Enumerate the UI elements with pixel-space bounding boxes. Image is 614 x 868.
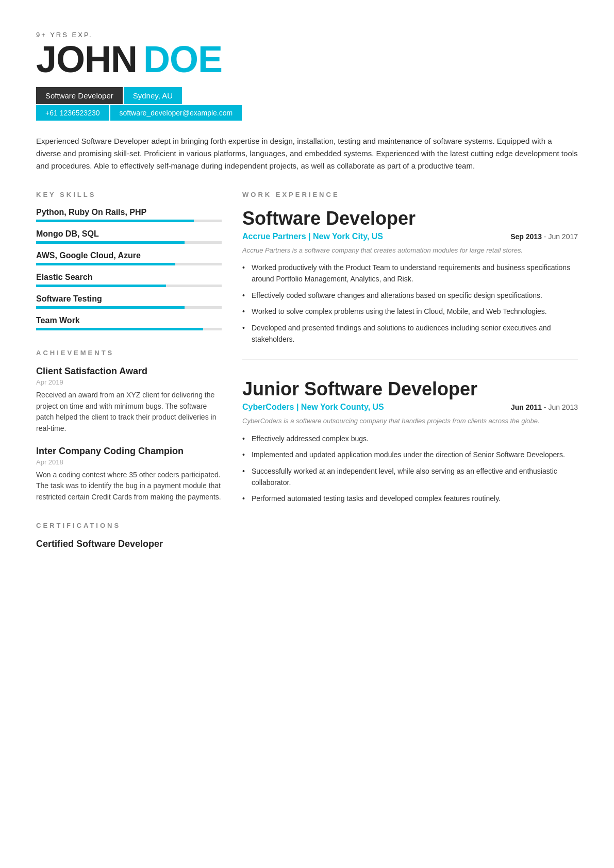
achievement-title: Client Satisfaction Award bbox=[36, 366, 222, 377]
bullet-item: Performed automated testing tasks and de… bbox=[242, 493, 578, 505]
job-title: Software Developer bbox=[242, 208, 578, 229]
bullet-item: Successfully worked at an independent le… bbox=[242, 466, 578, 488]
skill-bar-fill bbox=[36, 220, 194, 222]
skill-item: Python, Ruby On Rails, PHP bbox=[36, 208, 222, 222]
job-description: Accrue Partners is a software company th… bbox=[242, 245, 578, 256]
jobs-list: Software Developer Accrue Partners | New… bbox=[242, 208, 578, 505]
achievement-title: Inter Company Coding Champion bbox=[36, 446, 222, 457]
skill-bar-fill bbox=[36, 306, 185, 309]
skill-name: Python, Ruby On Rails, PHP bbox=[36, 208, 222, 217]
skill-name: AWS, Google Cloud, Azure bbox=[36, 251, 222, 260]
bullet-item: Effectively addressed complex bugs. bbox=[242, 433, 578, 445]
skill-item: Elastic Search bbox=[36, 273, 222, 287]
skill-item: AWS, Google Cloud, Azure bbox=[36, 251, 222, 265]
achievement-desc: Won a coding contest where 35 other code… bbox=[36, 470, 222, 503]
job-title-tag: Software Developer bbox=[36, 87, 123, 104]
bullet-item: Developed and presented findings and sol… bbox=[242, 323, 578, 345]
cert-name: Certified Software Developer bbox=[36, 539, 222, 549]
skill-bar-bg bbox=[36, 328, 222, 330]
skill-bar-bg bbox=[36, 306, 222, 309]
achievement-date: Apr 2019 bbox=[36, 378, 222, 386]
job-company: CyberCoders | New York County, US bbox=[242, 402, 384, 413]
skill-bar-fill bbox=[36, 241, 185, 244]
skill-bar-fill bbox=[36, 285, 166, 287]
job-company-row: Accrue Partners | New York City, US Sep … bbox=[242, 231, 578, 242]
location-tag: Sydney, AU bbox=[124, 87, 182, 104]
skill-bar-bg bbox=[36, 241, 222, 244]
job-dates: Jun 2011 - Jun 2013 bbox=[511, 402, 578, 411]
skill-name: Software Testing bbox=[36, 294, 222, 304]
exp-label: 9+ YRS EXP. bbox=[36, 31, 578, 39]
work-job: Junior Software Developer CyberCoders | … bbox=[242, 378, 578, 505]
first-name: JOHN bbox=[36, 41, 137, 78]
certifications-title: CERTIFICATIONS bbox=[36, 522, 222, 529]
achievement-item: Client Satisfaction Award Apr 2019 Recei… bbox=[36, 366, 222, 435]
skill-bar-bg bbox=[36, 220, 222, 222]
job-divider bbox=[242, 359, 578, 360]
achievements-list: Client Satisfaction Award Apr 2019 Recei… bbox=[36, 366, 222, 503]
achievements-section: ACHIEVEMENTS Client Satisfaction Award A… bbox=[36, 349, 222, 503]
job-bullets: Effectively addressed complex bugs.Imple… bbox=[242, 433, 578, 505]
skill-name: Mongo DB, SQL bbox=[36, 229, 222, 239]
skill-bar-fill bbox=[36, 328, 203, 330]
job-company: Accrue Partners | New York City, US bbox=[242, 231, 383, 242]
last-name: DOE bbox=[143, 41, 222, 78]
left-column: KEY SKILLS Python, Ruby On Rails, PHP Mo… bbox=[36, 191, 222, 549]
job-dates: Sep 2013 - Jun 2017 bbox=[510, 231, 578, 241]
bullet-item: Worked to solve complex problems using t… bbox=[242, 306, 578, 318]
skill-item: Team Work bbox=[36, 316, 222, 330]
skill-name: Team Work bbox=[36, 316, 222, 325]
work-experience-title: WORK EXPERIENCE bbox=[242, 191, 578, 198]
skills-list: Python, Ruby On Rails, PHP Mongo DB, SQL… bbox=[36, 208, 222, 330]
certifications-section: CERTIFICATIONS Certified Software Develo… bbox=[36, 522, 222, 549]
skill-bar-fill bbox=[36, 263, 175, 265]
key-skills-title: KEY SKILLS bbox=[36, 191, 222, 198]
right-column: WORK EXPERIENCE Software Developer Accru… bbox=[242, 191, 578, 549]
skill-bar-bg bbox=[36, 263, 222, 265]
skill-name: Elastic Search bbox=[36, 273, 222, 282]
job-title: Junior Software Developer bbox=[242, 378, 578, 400]
achievement-date: Apr 2018 bbox=[36, 458, 222, 466]
certifications-list: Certified Software Developer bbox=[36, 539, 222, 549]
bullet-item: Implemented and updated application modu… bbox=[242, 449, 578, 461]
skill-bar-bg bbox=[36, 285, 222, 287]
job-description: CyberCoders is a software outsourcing co… bbox=[242, 416, 578, 426]
achievement-item: Inter Company Coding Champion Apr 2018 W… bbox=[36, 446, 222, 503]
skill-item: Mongo DB, SQL bbox=[36, 229, 222, 244]
summary-text: Experienced Software Developer adept in … bbox=[36, 135, 578, 172]
achievement-desc: Received an award from an XYZ client for… bbox=[36, 390, 222, 435]
bullet-item: Effectively coded software changes and a… bbox=[242, 290, 578, 302]
email-tag: software_developer@example.com bbox=[110, 105, 242, 121]
job-company-row: CyberCoders | New York County, US Jun 20… bbox=[242, 402, 578, 413]
bullet-item: Worked productively with the Product Tea… bbox=[242, 262, 578, 285]
work-job: Software Developer Accrue Partners | New… bbox=[242, 208, 578, 360]
skill-item: Software Testing bbox=[36, 294, 222, 309]
key-skills-section: KEY SKILLS Python, Ruby On Rails, PHP Mo… bbox=[36, 191, 222, 330]
job-bullets: Worked productively with the Product Tea… bbox=[242, 262, 578, 345]
achievements-title: ACHIEVEMENTS bbox=[36, 349, 222, 357]
phone-tag: +61 1236523230 bbox=[36, 105, 109, 121]
